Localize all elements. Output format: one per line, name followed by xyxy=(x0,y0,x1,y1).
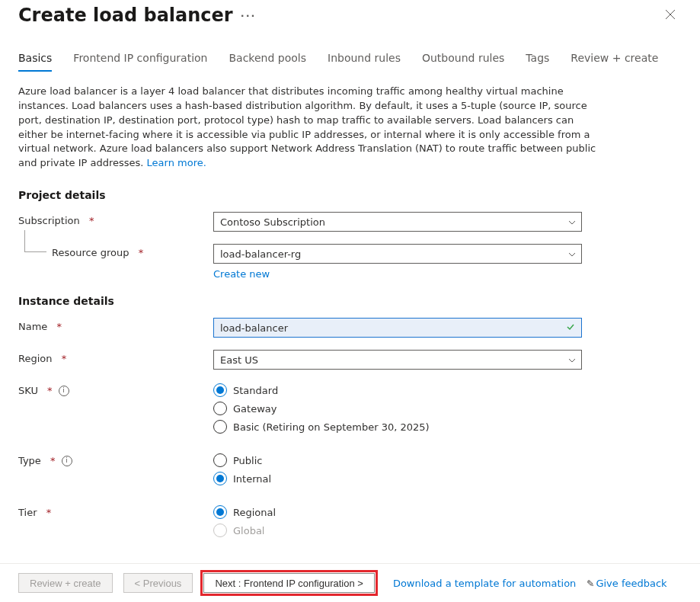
subscription-label: Subscription * xyxy=(18,212,213,226)
more-actions-button[interactable]: ··· xyxy=(241,10,257,21)
tier-label: Tier * xyxy=(18,504,213,518)
sku-radio-standard[interactable]: Standard xyxy=(213,383,582,397)
region-value: East US xyxy=(220,354,258,366)
info-icon[interactable]: i xyxy=(59,386,69,396)
name-value: load-balancer xyxy=(220,322,288,334)
tier-radio-regional[interactable]: Regional xyxy=(213,505,582,519)
resource-group-value: load-balancer-rg xyxy=(220,248,301,260)
feedback-icon: ✎ xyxy=(587,578,594,589)
tier-radio-global: Global xyxy=(213,524,582,537)
tab-basics[interactable]: Basics xyxy=(18,47,52,72)
type-radio-internal[interactable]: Internal xyxy=(213,472,582,485)
tier-radio-group: Regional Global xyxy=(213,504,582,537)
sku-radio-gateway[interactable]: Gateway xyxy=(213,402,582,415)
sku-label: SKU * i xyxy=(18,382,213,396)
validation-check-icon xyxy=(566,322,575,334)
info-icon[interactable]: i xyxy=(62,456,72,466)
tab-frontend-ip[interactable]: Frontend IP configuration xyxy=(73,47,207,72)
previous-button[interactable]: < Previous xyxy=(123,573,193,593)
description-text: Azure load balancer is a layer 4 load ba… xyxy=(18,85,597,171)
subscription-select[interactable]: Contoso Subscription xyxy=(213,212,582,232)
tab-review-create[interactable]: Review + create xyxy=(571,47,658,72)
section-project-details: Project details xyxy=(18,189,682,201)
name-input[interactable]: load-balancer xyxy=(213,318,582,338)
review-create-button[interactable]: Review + create xyxy=(18,573,113,593)
tab-inbound-rules[interactable]: Inbound rules xyxy=(328,47,401,72)
chevron-down-icon xyxy=(567,218,575,226)
resource-group-label: Resource group * xyxy=(18,244,213,258)
tab-outbound-rules[interactable]: Outbound rules xyxy=(422,47,504,72)
close-button[interactable] xyxy=(659,5,682,26)
give-feedback-link[interactable]: ✎Give feedback xyxy=(587,578,666,589)
type-radio-group: Public Internal xyxy=(213,452,582,485)
subscription-value: Contoso Subscription xyxy=(220,216,325,228)
section-instance-details: Instance details xyxy=(18,295,682,307)
close-icon xyxy=(665,9,676,20)
type-label: Type * i xyxy=(18,452,213,466)
learn-more-link[interactable]: Learn more. xyxy=(147,157,206,168)
region-label: Region * xyxy=(18,350,213,364)
chevron-down-icon xyxy=(567,250,575,258)
chevron-down-icon xyxy=(567,356,575,363)
sku-radio-group: Standard Gateway Basic (Retiring on Sept… xyxy=(213,382,582,434)
create-new-rg-link[interactable]: Create new xyxy=(213,268,270,280)
region-select[interactable]: East US xyxy=(213,350,582,370)
type-radio-public[interactable]: Public xyxy=(213,453,582,467)
tab-bar: Basics Frontend IP configuration Backend… xyxy=(18,47,682,72)
tab-backend-pools[interactable]: Backend pools xyxy=(229,47,306,72)
footer: Review + create < Previous Next : Fronte… xyxy=(0,563,700,602)
header: Create load balancer ··· xyxy=(18,0,682,26)
download-template-link[interactable]: Download a template for automation xyxy=(393,578,576,589)
sku-radio-basic[interactable]: Basic (Retiring on September 30, 2025) xyxy=(213,420,582,434)
next-button[interactable]: Next : Frontend IP configuration > xyxy=(203,573,375,593)
tab-tags[interactable]: Tags xyxy=(526,47,549,72)
page-title: Create load balancer xyxy=(18,5,233,26)
resource-group-select[interactable]: load-balancer-rg xyxy=(213,244,582,264)
name-label: Name * xyxy=(18,318,213,332)
